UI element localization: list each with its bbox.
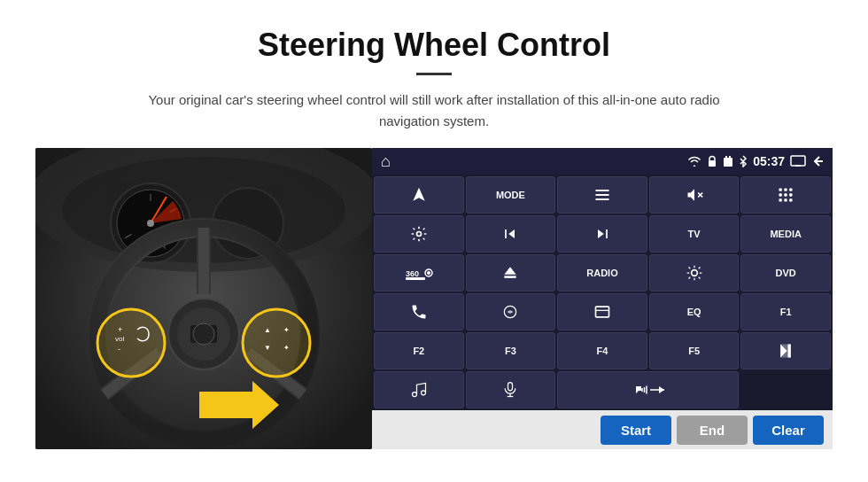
settings-button[interactable] xyxy=(374,215,464,253)
empty-btn xyxy=(740,371,831,408)
svg-rect-59 xyxy=(406,277,425,280)
end-button[interactable]: End xyxy=(677,416,748,445)
mode-button[interactable]: MODE xyxy=(466,176,556,214)
nav-button[interactable] xyxy=(374,176,464,214)
home-icon[interactable]: ⌂ xyxy=(381,152,391,171)
button-grid: MODE xyxy=(372,175,833,410)
svg-rect-66 xyxy=(595,307,608,317)
mic-button[interactable] xyxy=(466,371,556,408)
f1-button[interactable]: F1 xyxy=(740,293,831,330)
svg-text:-: - xyxy=(118,345,120,354)
svg-point-57 xyxy=(416,232,421,237)
svg-rect-51 xyxy=(779,193,782,196)
svg-rect-39 xyxy=(709,160,716,167)
lock-icon xyxy=(707,155,717,167)
svg-rect-70 xyxy=(788,345,791,358)
f5-button[interactable]: F5 xyxy=(649,332,740,369)
svg-rect-56 xyxy=(789,198,792,201)
swipe-button[interactable] xyxy=(466,293,556,330)
svg-text:360: 360 xyxy=(406,269,419,278)
svg-rect-42 xyxy=(729,156,731,159)
svg-point-71 xyxy=(412,393,416,397)
screen-icon xyxy=(790,155,806,167)
svg-rect-40 xyxy=(724,158,732,167)
svg-text:+: + xyxy=(118,325,122,334)
title-section: Steering Wheel Control Your original car… xyxy=(35,27,833,132)
f4-button[interactable]: F4 xyxy=(557,332,647,369)
content-area: + vol - ▲ ✦ ▼ ✦ xyxy=(35,148,833,449)
radio-button[interactable]: RADIO xyxy=(557,254,647,292)
bluetooth-icon xyxy=(739,155,748,167)
svg-rect-50 xyxy=(789,189,792,191)
sd-icon xyxy=(723,155,733,167)
svg-rect-41 xyxy=(725,156,727,159)
phone-button[interactable] xyxy=(374,293,464,330)
svg-point-64 xyxy=(691,270,697,276)
title-divider xyxy=(416,73,452,75)
svg-point-29 xyxy=(97,309,165,377)
mute-button[interactable] xyxy=(649,176,740,214)
svg-point-28 xyxy=(193,323,214,345)
svg-rect-73 xyxy=(508,383,513,391)
next-button[interactable] xyxy=(557,215,647,253)
back-icon xyxy=(811,155,824,167)
volphone-button[interactable] xyxy=(557,371,739,408)
list-button[interactable] xyxy=(557,176,647,214)
cam360-button[interactable]: 360 xyxy=(374,254,464,292)
bottom-bar: Start End Clear xyxy=(372,410,833,449)
page-container: Steering Wheel Control Your original car… xyxy=(0,0,868,467)
start-button[interactable]: Start xyxy=(601,416,671,445)
wifi-icon xyxy=(687,156,701,167)
control-panel: ⌂ xyxy=(372,148,833,449)
svg-text:vol: vol xyxy=(115,335,124,343)
svg-rect-55 xyxy=(785,198,787,201)
svg-point-72 xyxy=(421,391,425,395)
svg-rect-48 xyxy=(779,189,782,191)
f3-button[interactable]: F3 xyxy=(466,332,556,369)
apps-button[interactable] xyxy=(740,176,831,214)
svg-rect-52 xyxy=(785,193,787,196)
media-button[interactable]: MEDIA xyxy=(740,215,831,253)
svg-rect-43 xyxy=(791,156,805,166)
svg-point-15 xyxy=(147,220,154,227)
svg-rect-63 xyxy=(505,276,516,278)
window-button[interactable] xyxy=(557,293,647,330)
svg-rect-49 xyxy=(785,189,787,191)
svg-point-61 xyxy=(427,271,430,275)
playpause-button[interactable] xyxy=(740,332,831,369)
svg-marker-62 xyxy=(505,267,516,274)
svg-rect-54 xyxy=(779,198,782,201)
clear-button[interactable]: Clear xyxy=(753,416,824,445)
steering-wheel-image: + vol - ▲ ✦ ▼ ✦ xyxy=(35,148,372,449)
brightness-button[interactable] xyxy=(649,254,740,292)
svg-text:✦: ✦ xyxy=(283,344,290,352)
eq-button[interactable]: EQ xyxy=(649,293,740,330)
status-right: 05:37 xyxy=(687,154,824,168)
svg-rect-53 xyxy=(789,193,792,196)
prev-button[interactable] xyxy=(466,215,556,253)
svg-text:▲: ▲ xyxy=(264,326,271,334)
status-time: 05:37 xyxy=(753,154,785,168)
svg-point-33 xyxy=(243,309,310,377)
tv-button[interactable]: TV xyxy=(649,215,740,253)
subtitle: Your original car's steering wheel contr… xyxy=(124,89,744,132)
svg-text:▼: ▼ xyxy=(264,344,271,352)
music-button[interactable] xyxy=(374,371,464,408)
eject-button[interactable] xyxy=(466,254,556,292)
status-bar: ⌂ xyxy=(372,148,833,175)
svg-text:✦: ✦ xyxy=(283,326,290,334)
dvd-button[interactable]: DVD xyxy=(740,254,831,292)
page-title: Steering Wheel Control xyxy=(35,27,833,64)
f2-button[interactable]: F2 xyxy=(374,332,464,369)
